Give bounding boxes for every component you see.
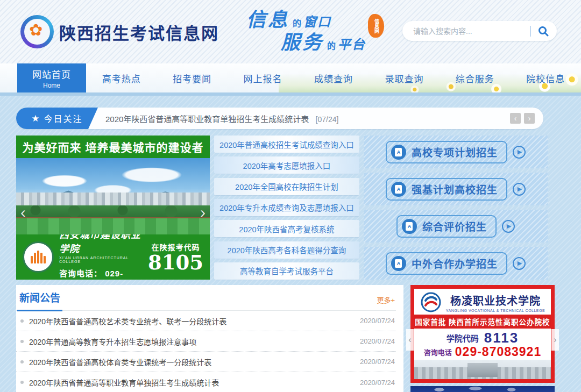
bullet-icon xyxy=(20,381,24,384)
quick-link[interactable]: 2020年陕西省高考复核系统 xyxy=(214,220,359,237)
search-box xyxy=(402,21,557,41)
news-item-date: 2020/07/24 xyxy=(360,317,395,325)
nav-item[interactable]: 成绩查询 xyxy=(298,63,369,92)
special-admission-button: A 综合评价招生 xyxy=(396,215,497,238)
quick-links: 2020年普通高校招生考试成绩查询入口 2020年高考志愿填报入口 2020年全… xyxy=(214,136,359,280)
special-admission-card[interactable]: A 强基计划高校招生 ▶ xyxy=(364,173,548,205)
special-admission-card[interactable]: A 综合评价招生 ▶ xyxy=(364,210,548,243)
news-item-date: 2020/07/24 xyxy=(360,337,395,345)
news-header: 新闻公告 更多+ xyxy=(16,285,396,311)
news-item-date: 2020/07/24 xyxy=(360,358,395,366)
chevron-left-icon: ‹ xyxy=(514,115,517,122)
special-admission-card[interactable]: A 中外合作办学招生 ▶ xyxy=(364,247,548,280)
nav-item[interactable]: 网上报名 xyxy=(228,63,298,92)
bullet-icon xyxy=(20,340,24,343)
quick-link[interactable]: 2020年陕西高考各科各题得分查询 xyxy=(214,241,359,259)
college-ad-banner[interactable]: 杨凌职业技术学院 YANGLING VOCATIONAL & TECHNICAL… xyxy=(410,285,555,383)
partial-next-ad-banner xyxy=(410,386,555,392)
ticker-prev-button[interactable]: ‹ xyxy=(510,113,521,124)
quick-link[interactable]: 2020年全国高校在陕招生计划 xyxy=(214,178,359,195)
ad-phone-value: 029-87083921 xyxy=(455,345,541,359)
nav-item[interactable]: 录取查询 xyxy=(369,63,440,92)
special-admission-label: 中外合作办学招生 xyxy=(412,256,498,270)
carousel-prev-icon[interactable]: ‹ xyxy=(20,204,26,220)
special-admission-label: 强基计划高校招生 xyxy=(412,182,498,196)
special-admission-button: A 强基计划高校招生 xyxy=(386,178,507,201)
special-admission-button: A 高校专项计划招生 xyxy=(386,141,507,163)
nav-item[interactable]: 高考热点 xyxy=(86,63,157,92)
special-admission-label: 综合评价招生 xyxy=(422,219,487,233)
news-list-item[interactable]: 2020年陕西省普通高等职业教育单独招生考生成绩统计表 2020/07/24 xyxy=(16,372,396,392)
document-icon: A xyxy=(391,145,406,160)
news-more-link[interactable]: 更多+ xyxy=(377,295,395,310)
college-emblem-icon xyxy=(23,241,54,273)
college-phone: 咨询电话： 029-89026666 xyxy=(59,267,143,280)
document-icon: A xyxy=(402,219,417,234)
news-item-text: 2020年陕西省普通高校体育类专业课统考一分段统计表 xyxy=(29,357,353,367)
site-logo-icon: ✿ xyxy=(20,15,54,48)
carousel-ad[interactable]: 为美好而来 培养最美城市的建设者 ‹ › 西安城市建设职业学院 XI'AN UR… xyxy=(16,136,210,280)
search-divider xyxy=(530,26,531,37)
slogan-line2-small: 的 xyxy=(327,42,336,51)
quick-link[interactable]: 2020年专升本成绩查询及志愿填报入口 xyxy=(214,199,359,216)
slogan-line1-rest: 窗口 xyxy=(303,16,331,28)
page: ✿ 陕西招生考试信息网 信息 的 窗口 服务 的 平台 信息网 xyxy=(0,0,581,392)
header: ✿ 陕西招生考试信息网 信息 的 窗口 服务 的 平台 信息网 xyxy=(0,0,581,63)
carousel-next-icon[interactable]: › xyxy=(200,204,206,220)
slogan: 信息 的 窗口 服务 的 平台 信息网 xyxy=(246,10,397,52)
ticker-headline[interactable]: 2020年陕西省普通高等职业教育单独招生考生成绩统计表 [07/24] xyxy=(105,113,510,124)
ticker-headline-text: 2020年陕西省普通高等职业教育单独招生考生成绩统计表 xyxy=(105,115,309,124)
ad-next-icon[interactable]: › xyxy=(551,329,559,351)
seal-stamp: 信息网 xyxy=(368,14,384,38)
college-ad-inner: 杨凌职业技术学院 YANGLING VOCATIONAL & TECHNICAL… xyxy=(414,289,551,379)
college-name-en: XI'AN URBAN ARCHITECTURAL COLLEGE xyxy=(59,256,143,263)
ticker-next-button[interactable]: › xyxy=(524,113,535,124)
special-admission-panel: A 高校专项计划招生 ▶ A 强基计划高校招生 ▶ A xyxy=(364,136,548,280)
ad-building-photo xyxy=(414,360,551,379)
nav-item[interactable]: 综合服务 xyxy=(440,63,510,92)
today-focus-bar: ★ 今日关注 2020年陕西省普通高等职业教育单独招生考生成绩统计表 [07/2… xyxy=(16,108,543,129)
quick-link[interactable]: 高等教育自学考试服务平台 xyxy=(214,262,359,280)
site-logo[interactable]: ✿ 陕西招生考试信息网 xyxy=(20,15,219,48)
nav-home-label: 网站首页 xyxy=(32,67,71,81)
sports-field-graphic xyxy=(16,217,210,234)
arrow-circle-icon: ▶ xyxy=(502,220,515,233)
today-focus-pill[interactable]: ★ 今日关注 xyxy=(16,108,98,129)
news-list-item[interactable]: 2020年陕西省普通高校体育类专业课统考一分段统计表 2020/07/24 xyxy=(16,352,396,372)
search-input[interactable] xyxy=(413,27,525,35)
search-button[interactable] xyxy=(536,24,550,38)
nav-divider-strip xyxy=(0,92,581,96)
document-icon: A xyxy=(391,182,406,197)
nav-item[interactable]: 院校信息 xyxy=(511,63,581,92)
slogan-line2-big: 服务 xyxy=(281,32,324,52)
ad-college-name: 杨凌职业技术学院 xyxy=(446,293,545,308)
ad-prev-icon[interactable]: ‹ xyxy=(406,329,414,351)
news-title: 新闻公告 xyxy=(17,290,62,311)
news-item-date: 2020/07/24 xyxy=(360,379,395,387)
news-list-item[interactable]: 2020年普通高等教育专升本招生志愿填报注意事项 2020/07/24 xyxy=(16,331,396,352)
nav-item-home[interactable]: 网站首页 Home xyxy=(17,63,86,92)
ad-college-name-en: YANGLING VOCATIONAL & TECHNICAL COLLEGE xyxy=(446,309,545,312)
news-panel: 新闻公告 更多+ 2020年陕西省普通高校艺术类专业统考、联考一分段统计表 20… xyxy=(16,285,403,392)
nav-home-sub: Home xyxy=(43,82,60,89)
ad-code-label: 学院代码 xyxy=(447,332,479,344)
news-item-text: 2020年普通高等教育专升本招生志愿填报注意事项 xyxy=(29,336,353,347)
main-content: 为美好而来 培养最美城市的建设者 ‹ › 西安城市建设职业学院 XI'AN UR… xyxy=(16,136,565,280)
ad-tagline: 国家首批 陕西首所示范性高职公办院校 xyxy=(414,315,551,329)
news-item-text: 2020年陕西省普通高校艺术类专业统考、联考一分段统计表 xyxy=(29,316,353,326)
news-list: 2020年陕西省普通高校艺术类专业统考、联考一分段统计表 2020/07/24 … xyxy=(16,311,396,392)
carousel-banner-text: 为美好而来 培养最美城市的建设者 xyxy=(16,136,210,158)
news-list-item[interactable]: 2020年陕西省普通高校艺术类专业统考、联考一分段统计表 2020/07/24 xyxy=(16,311,396,331)
flower-icon: ✿ xyxy=(29,20,42,39)
arrow-circle-icon: ▶ xyxy=(513,257,526,270)
slogan-line2-rest: 平台 xyxy=(338,38,366,51)
slogan-line1-small: 的 xyxy=(293,19,301,28)
quick-link[interactable]: 2020年高考志愿填报入口 xyxy=(214,156,359,174)
yangling-logo-icon xyxy=(420,291,442,313)
ad-code-value: 8113 xyxy=(484,330,519,346)
nav-item[interactable]: 招考要闻 xyxy=(157,63,227,92)
quick-link[interactable]: 2020年普通高校招生考试成绩查询入口 xyxy=(214,136,359,153)
document-icon: A xyxy=(391,256,406,271)
special-admission-card[interactable]: A 高校专项计划招生 ▶ xyxy=(364,136,548,168)
chevron-right-icon: › xyxy=(528,115,531,122)
